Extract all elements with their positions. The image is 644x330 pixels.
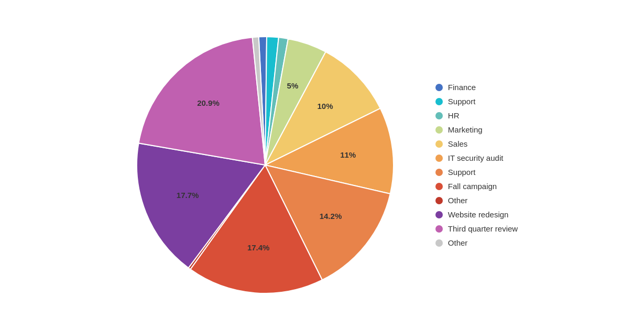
legend-item: Sales — [435, 139, 518, 148]
pie-svg: 5%10%11%14.2%17.4%17.7%20.9% — [126, 26, 404, 304]
pie-label: 11% — [340, 150, 356, 159]
legend-item: IT security audit — [435, 153, 518, 162]
legend-label: Third quarter review — [448, 224, 518, 233]
pie-label: 14.2% — [319, 212, 342, 221]
legend-label: Marketing — [448, 125, 483, 134]
pie-label: 17.4% — [247, 243, 270, 252]
legend-label: Support — [448, 168, 476, 177]
legend-dot — [435, 126, 443, 134]
legend-dot — [435, 183, 443, 190]
legend-item: Third quarter review — [435, 224, 518, 233]
legend-item: Fall campaign — [435, 182, 518, 191]
legend-label: HR — [448, 111, 460, 120]
pie-label: 10% — [317, 102, 333, 111]
legend-dot — [435, 98, 443, 105]
legend-item: Website redesign — [435, 210, 518, 219]
legend-dot — [435, 140, 443, 148]
chart-container: 5%10%11%14.2%17.4%17.7%20.9% FinanceSupp… — [0, 0, 644, 330]
legend-dot — [435, 155, 443, 162]
legend-label: Website redesign — [448, 210, 509, 219]
legend-item: Marketing — [435, 125, 518, 134]
legend-dot — [435, 112, 443, 119]
legend-item: Support — [435, 168, 518, 177]
pie-label: 20.9% — [197, 98, 220, 107]
legend-dot — [435, 197, 443, 204]
legend-label: Other — [448, 196, 468, 205]
legend-label: Other — [448, 238, 468, 247]
legend-item: Other — [435, 196, 518, 205]
chart-legend: FinanceSupportHRMarketingSalesIT securit… — [435, 83, 518, 247]
legend-label: IT security audit — [448, 153, 504, 162]
legend-item: Other — [435, 238, 518, 247]
legend-dot — [435, 239, 443, 247]
legend-label: Sales — [448, 139, 468, 148]
pie-chart: 5%10%11%14.2%17.4%17.7%20.9% — [126, 26, 404, 304]
legend-item: Finance — [435, 83, 518, 92]
legend-label: Support — [448, 97, 476, 106]
legend-item: HR — [435, 111, 518, 120]
legend-dot — [435, 211, 443, 218]
pie-label: 5% — [287, 81, 298, 90]
legend-dot — [435, 84, 443, 91]
pie-label: 17.7% — [177, 191, 199, 200]
legend-label: Fall campaign — [448, 182, 497, 191]
legend-dot — [435, 169, 443, 176]
legend-item: Support — [435, 97, 518, 106]
legend-label: Finance — [448, 83, 476, 92]
legend-dot — [435, 225, 443, 233]
